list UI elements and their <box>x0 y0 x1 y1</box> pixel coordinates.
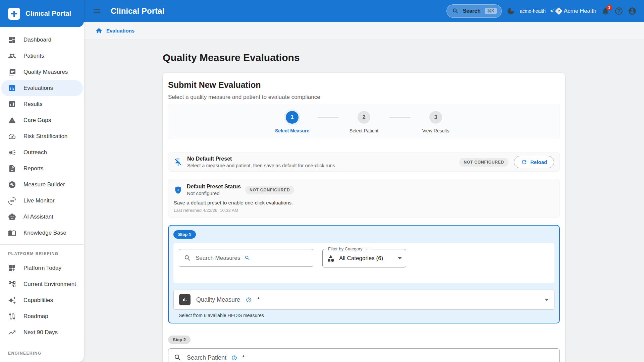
category-icon <box>327 254 335 262</box>
main-column: Clinical Portal Search ⌘K acme-health < … <box>84 0 644 362</box>
search-patient-input[interactable]: Search Patient * <box>168 348 560 362</box>
sidebar-section-engineering: ENGINEERING <box>0 348 84 360</box>
step-connector <box>318 117 338 118</box>
robot-icon <box>8 213 16 221</box>
alert-subtitle: Select a measure and patient, then save … <box>187 163 336 168</box>
step1-search-panel: Search Measures Filter by Category All C… <box>173 243 554 283</box>
sidebar-item-label: Reports <box>23 165 44 172</box>
step-circle-1: 1 <box>286 111 299 124</box>
filter-icon <box>364 247 369 251</box>
sidebar-item-risk-stratification[interactable]: Risk Stratification <box>0 128 84 144</box>
route-icon <box>8 312 16 320</box>
step1-chip: Step 1 <box>173 230 196 239</box>
app-title: Clinical Portal <box>111 6 164 16</box>
step-label-2: Select Patient <box>350 128 378 133</box>
dark-mode-toggle[interactable] <box>506 7 515 15</box>
quality-measure-label: Quality Measure <box>196 296 240 303</box>
account-icon <box>628 7 637 15</box>
card-title: Submit New Evaluation <box>168 80 560 90</box>
step-label-3: View Results <box>422 128 449 133</box>
org-diamond-icon: ? <box>555 7 562 15</box>
measure-chart-icon <box>179 294 191 305</box>
sidebar-item-reports[interactable]: Reports <box>0 161 84 177</box>
tenant-slug: acme-health <box>520 8 546 14</box>
sidebar-item-label: Roadmap <box>23 313 48 320</box>
sidebar: Clinical Portal Dashboard Patients Quali… <box>0 0 84 362</box>
app-bar: Clinical Portal Search ⌘K acme-health < … <box>84 0 644 22</box>
sidebar-item-outreach[interactable]: Outreach <box>0 144 84 161</box>
required-asterisk: * <box>242 354 245 361</box>
refresh-icon <box>521 159 527 165</box>
search-measures-input[interactable]: Search Measures <box>179 249 313 267</box>
search-icon <box>452 8 459 14</box>
sparkles-icon <box>8 296 16 304</box>
org-logo: < ? Acme Health <box>550 8 596 14</box>
required-asterisk: * <box>257 296 260 303</box>
org-logo-bracket: < <box>550 8 554 14</box>
breadcrumb-current[interactable]: Evaluations <box>106 28 135 34</box>
card-subtitle: Select a quality measure and patient to … <box>168 94 560 101</box>
shield-plus-icon <box>174 186 182 194</box>
sidebar-item-label: Current Environment <box>23 281 76 288</box>
sidebar-item-label: Dashboard <box>23 37 51 43</box>
sidebar-item-current-environment[interactable]: Current Environment <box>0 276 84 292</box>
sidebar-item-roadmap[interactable]: Roadmap <box>0 308 84 324</box>
dashboard-customize-icon <box>8 264 16 272</box>
sidebar-item-label: Outreach <box>23 149 47 156</box>
global-search-button[interactable]: Search ⌘K <box>446 4 502 18</box>
status-body: Save a default preset to enable one-clic… <box>174 200 554 205</box>
home-icon[interactable] <box>95 27 103 35</box>
step2-section: Step 2 Search Patient * Search by patien… <box>168 336 560 362</box>
step-label-1: Select Measure <box>275 128 309 133</box>
sidebar-item-care-gaps[interactable]: Care Gaps <box>0 112 84 128</box>
sidebar-item-evaluations[interactable]: Evaluations <box>1 80 83 96</box>
sidebar-item-platform-today[interactable]: Platform Today <box>0 260 84 276</box>
sidebar-divider <box>0 244 84 245</box>
notification-badge: 3 <box>606 5 612 10</box>
sidebar-header: Clinical Portal <box>0 0 84 27</box>
filter-category-select[interactable]: Filter by Category All Categories (6) <box>322 249 406 267</box>
sidebar-item-results[interactable]: Results <box>0 96 84 112</box>
search-suffix-icon <box>245 255 250 261</box>
sidebar-item-overview[interactable]: Overview <box>0 360 84 362</box>
notifications-button[interactable]: 3 <box>601 7 610 15</box>
trending-up-icon <box>8 328 16 337</box>
not-configured-chip: NOT CONFIGURED <box>459 158 508 167</box>
chevron-down-icon <box>398 257 402 259</box>
sidebar-item-label: Results <box>23 101 43 108</box>
sidebar-item-capabilities[interactable]: Capabilities <box>0 292 84 308</box>
no-default-preset-alert: No Default Preset Select a measure and p… <box>168 153 560 172</box>
library-icon <box>8 68 16 76</box>
search-shortcut-chip: ⌘K <box>485 8 497 14</box>
menu-button[interactable] <box>93 7 101 15</box>
sidebar-item-quality-measures[interactable]: Quality Measures <box>0 64 84 80</box>
search-patient-label: Search Patient <box>187 354 226 361</box>
submit-evaluation-card: Submit New Evaluation Select a quality m… <box>163 73 565 362</box>
document-icon <box>8 165 16 173</box>
reload-button[interactable]: Reload <box>514 156 554 168</box>
sidebar-item-label: Measure Builder <box>23 181 65 188</box>
quality-measure-select[interactable]: Quality Measure * <box>173 290 554 310</box>
3d-rotation-icon: 3D <box>8 197 16 205</box>
sidebar-item-patients[interactable]: Patients <box>0 48 84 64</box>
step1-section: Step 1 Search Measures Filter by Categor… <box>168 225 560 323</box>
sidebar-nav: Dashboard Patients Quality Measures Eval… <box>0 27 84 362</box>
warning-icon <box>8 116 16 124</box>
help-circle-icon <box>246 297 252 303</box>
sidebar-item-dashboard[interactable]: Dashboard <box>0 32 84 48</box>
sidebar-item-measure-builder[interactable]: Measure Builder <box>0 177 84 193</box>
sidebar-item-ai-assistant[interactable]: AI Assistant <box>0 209 84 225</box>
sidebar-item-knowledge-base[interactable]: Knowledge Base <box>0 225 84 241</box>
account-button[interactable] <box>628 7 637 15</box>
dashboard-icon <box>8 36 16 44</box>
org-name: Acme Health <box>564 8 596 14</box>
sidebar-item-label: Risk Stratification <box>23 133 67 140</box>
megaphone-icon <box>8 148 16 157</box>
sidebar-item-next-90-days[interactable]: Next 90 Days <box>0 324 84 341</box>
sidebar-item-label: Patients <box>23 53 44 59</box>
moon-icon <box>506 7 515 15</box>
people-icon <box>8 52 16 60</box>
help-button[interactable] <box>614 7 623 15</box>
page-title: Quality Measure Evaluations <box>163 52 565 63</box>
sidebar-item-live-monitor[interactable]: 3D Live Monitor <box>0 193 84 209</box>
